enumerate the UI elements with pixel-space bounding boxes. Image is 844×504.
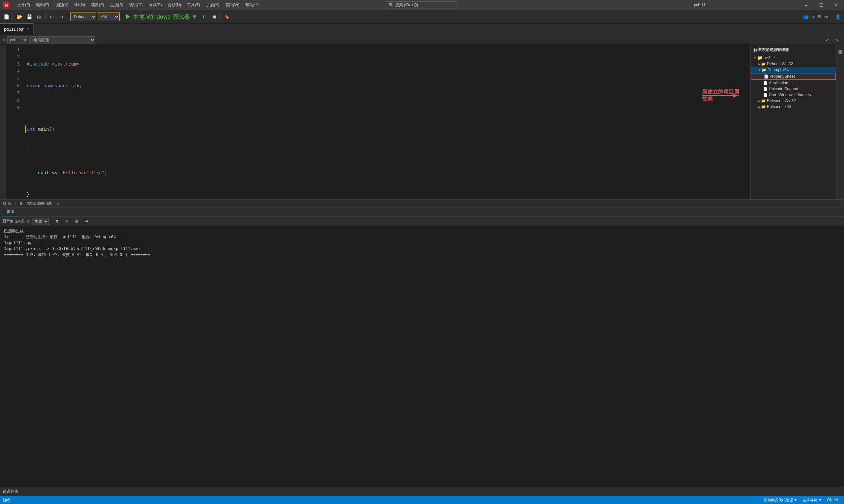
ready-status: 就绪 bbox=[3, 498, 10, 503]
tab-pcl111cpp[interactable]: pcl111.cpp* × bbox=[0, 23, 34, 35]
sep3 bbox=[68, 14, 68, 20]
sol-item-propertysheet[interactable]: 📄 PropertySheet bbox=[751, 73, 836, 80]
open-btn[interactable]: 📂 bbox=[15, 13, 23, 21]
menu-edit[interactable]: 编辑(E) bbox=[33, 2, 52, 8]
zoom-level[interactable]: 81 % bbox=[3, 202, 11, 205]
output-line-5: ======== 生成: 成功 1 个, 失败 0 个, 最新 0 个, 跳过 … bbox=[4, 252, 840, 257]
code-content[interactable]: #include <iostream> using namespace std;… bbox=[22, 44, 751, 199]
search-icon: 🔍 bbox=[389, 3, 394, 7]
bookmark-btn[interactable]: 🔖 bbox=[223, 13, 231, 21]
status-bar: 就绪 添加到源代码管理 ▼ 选择存储 ▼ ONIKA... bbox=[0, 496, 844, 504]
sep5 bbox=[221, 14, 221, 20]
scroll-arrow: ◀ bbox=[56, 201, 59, 206]
arch-select[interactable]: x64 x86 Win32 bbox=[97, 13, 120, 21]
menu-build[interactable]: 生成(B) bbox=[107, 2, 126, 8]
sol-arrow-root: ▼ bbox=[753, 56, 757, 60]
sol-label-application: Application bbox=[769, 81, 788, 85]
error-list-bar: 错误列表 bbox=[0, 487, 844, 496]
menu-analyze[interactable]: 分析(N) bbox=[165, 2, 184, 8]
editor-region: ⋮ 1 2 3 4 5 6 7 8 9 #include <iostream> … bbox=[0, 44, 844, 199]
redo-btn[interactable]: ↪ bbox=[57, 13, 66, 21]
sep4 bbox=[122, 14, 122, 20]
sol-item-unicode[interactable]: 📄 Unicode Support bbox=[751, 86, 836, 92]
collapse-editor-btn[interactable]: ⤡ bbox=[833, 36, 841, 44]
output-header: 输出 bbox=[0, 208, 844, 217]
n-badge: N bbox=[3, 1, 10, 8]
save-btn[interactable]: 💾 bbox=[25, 13, 33, 21]
code-editor[interactable]: 1 2 3 4 5 6 7 8 9 #include <iostream> us… bbox=[6, 44, 751, 199]
menu-tools[interactable]: 工具(T) bbox=[184, 2, 203, 8]
run-button[interactable]: ▶ 本地 Windows 调试器 ▼ bbox=[124, 13, 199, 21]
scope-select[interactable]: (全局范围) bbox=[29, 36, 95, 43]
save-all-btn[interactable]: 🗂 bbox=[35, 13, 43, 21]
sol-label-debug-win32: Debug | Win32 bbox=[767, 61, 793, 66]
output-wordwrap-btn[interactable]: ↵ bbox=[82, 217, 91, 226]
solution-explorer-header: 解决方案资源管理器 bbox=[751, 46, 836, 54]
select-store-btn[interactable]: 选择存储 ▼ bbox=[803, 498, 822, 503]
account-btn[interactable]: 👤 bbox=[833, 13, 842, 21]
sol-arrow-debug-win32: ▶ bbox=[758, 62, 761, 66]
output-tab[interactable]: 输出 bbox=[3, 208, 18, 216]
live-share-label: Live Share bbox=[809, 15, 828, 19]
menu-debug[interactable]: 调试(D) bbox=[126, 2, 145, 8]
sol-label-debug-x64: Debug | x64 bbox=[768, 68, 789, 72]
menu-view[interactable]: 视图(V) bbox=[52, 2, 71, 8]
sol-item-debug-x64[interactable]: ▼ 📂 Debug | x64 bbox=[751, 67, 836, 73]
sol-item-application[interactable]: 📄 Application bbox=[751, 80, 836, 86]
sol-icon-root: 📁 bbox=[757, 55, 762, 60]
sol-item-core-windows[interactable]: 📄 Core Windows Libraries bbox=[751, 92, 836, 98]
output-down-btn[interactable]: ⬇ bbox=[63, 217, 71, 226]
issues-indicator bbox=[20, 202, 22, 205]
right-sidebar: 解决方案资源管理器 bbox=[836, 44, 844, 199]
sol-item-root[interactable]: ▼ 📁 pcl111 bbox=[751, 55, 836, 61]
code-line-6: cout << "Hello World!\n"; bbox=[25, 169, 751, 176]
status-right: 添加到源代码管理 ▼ 选择存储 ▼ ONIKA... bbox=[764, 498, 841, 503]
menu-project[interactable]: 项目(P) bbox=[88, 2, 107, 8]
output-line-4: 1>pcl111.vcxproj -> D:\GitHub\pcl111\x64… bbox=[4, 246, 840, 252]
sol-icon-core-windows: 📄 bbox=[763, 93, 768, 97]
menu-help[interactable]: 帮助(H) bbox=[243, 2, 261, 8]
sol-item-release-x64[interactable]: ▶ 📂 Release | x64 bbox=[751, 104, 836, 110]
menu-test[interactable]: 测试(S) bbox=[146, 2, 165, 8]
undo-btn[interactable]: ↩ bbox=[48, 13, 56, 21]
back-btn[interactable]: ⬅ bbox=[3, 38, 6, 42]
live-share-button[interactable]: 👥 Live Share bbox=[800, 13, 831, 20]
app-logo: N bbox=[3, 1, 13, 8]
pause-btn[interactable]: ⏸ bbox=[200, 13, 209, 21]
search-placeholder: 搜索 (Ctrl+Q) bbox=[395, 2, 418, 8]
sol-label-release-x64: Release | x64 bbox=[767, 104, 791, 109]
output-clear-btn[interactable]: 🗑 bbox=[72, 217, 81, 226]
output-panel: 输出 显示输出来源(S): 生成 ⬆ ⬇ 🗑 ↵ 已启动生成… 1>------… bbox=[0, 207, 844, 306]
project-nav-select[interactable]: pcl111 bbox=[7, 36, 28, 43]
maximize-button[interactable]: ☐ bbox=[814, 0, 829, 10]
close-button[interactable]: ✕ bbox=[829, 0, 844, 10]
menu-file[interactable]: 文件(F) bbox=[15, 2, 33, 8]
output-up-btn[interactable]: ⬆ bbox=[53, 217, 61, 226]
sol-item-debug-win32[interactable]: ▶ 📂 Debug | Win32 bbox=[751, 61, 836, 67]
sol-label-propertysheet: PropertySheet bbox=[770, 74, 795, 79]
menu-git[interactable]: Git(G) bbox=[71, 2, 88, 8]
address-bar: ⬅ pcl111 (全局范围) ⤢ ⤡ bbox=[0, 35, 844, 44]
menu-window[interactable]: 窗口(W) bbox=[223, 2, 242, 8]
minimize-button[interactable]: – bbox=[798, 0, 814, 10]
tab-close-btn[interactable]: × bbox=[27, 27, 29, 32]
sol-icon-release-x64: 📂 bbox=[761, 105, 766, 109]
output-source-select[interactable]: 生成 bbox=[32, 218, 49, 225]
expand-editor-btn[interactable]: ⤢ bbox=[823, 36, 831, 44]
sol-item-release-win32[interactable]: ▶ 📂 Release | Win32 bbox=[751, 98, 836, 104]
zoom-sep: | bbox=[15, 201, 16, 206]
user-badge: ONIKA... bbox=[827, 498, 841, 503]
new-file-btn[interactable]: 📄 bbox=[2, 13, 11, 21]
output-line-1: 已启动生成… bbox=[4, 228, 840, 234]
output-line-2: 1>------ 已启动生成: 项目: pcl111, 配置: Debug x6… bbox=[4, 234, 840, 240]
add-source-btn[interactable]: 添加到源代码管理 ▼ bbox=[764, 498, 797, 503]
search-box[interactable]: 🔍 搜索 (Ctrl+Q) bbox=[386, 1, 458, 9]
tab-label: pcl111.cpp* bbox=[4, 27, 25, 32]
sol-icon-application: 📄 bbox=[763, 81, 768, 85]
error-list-tab[interactable]: 错误列表 bbox=[3, 489, 18, 494]
output-line-3: 1>pcl111.cpp bbox=[4, 240, 840, 246]
menu-extensions[interactable]: 扩展(X) bbox=[203, 2, 222, 8]
sol-icon-release-win32: 📂 bbox=[761, 99, 766, 103]
build-config-select[interactable]: Debug Release bbox=[70, 13, 96, 21]
stop-btn[interactable]: ⏹ bbox=[210, 13, 219, 21]
